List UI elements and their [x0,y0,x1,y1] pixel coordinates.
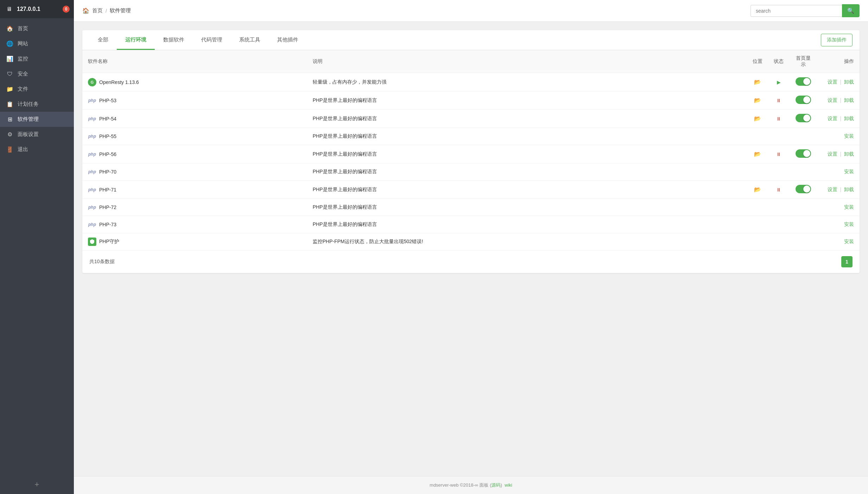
sidebar-item-home[interactable]: 🏠 首页 [0,21,74,36]
php-icon: php [88,116,96,121]
toggle-switch[interactable] [796,114,811,122]
sidebar-item-logout[interactable]: 🚪 退出 [0,142,74,157]
php-icon: php [88,134,96,139]
uninstall-link[interactable]: 卸载 [844,151,854,157]
plus-icon: + [35,480,39,489]
software-name-text: PHP-56 [99,151,116,157]
desc-cell: 轻量级，占有内存少，并发能力强 [307,73,747,91]
pause-icon[interactable]: ⏸ [776,116,781,122]
sw-icon-wrap [88,238,96,246]
tab-database[interactable]: 数据软件 [155,31,193,50]
desc-cell: PHP是世界上最好的编程语言 [307,110,747,128]
uninstall-link[interactable]: 卸载 [844,97,854,103]
status-cell: ⏸ [768,145,789,163]
table-row: php PHP-54 PHP是世界上最好的编程语言 📂 ⏸ 设置 | 卸载 [82,110,860,128]
pause-icon[interactable]: ⏸ [776,151,781,157]
settings-link[interactable]: 设置 [828,116,837,121]
sidebar-item-settings[interactable]: ⚙ 面板设置 [0,127,74,142]
action-separator: | [840,187,841,192]
search-box: 🔍 [751,4,860,17]
tab-plugins[interactable]: 其他插件 [269,31,307,50]
name-cell: php PHP-56 [82,145,307,163]
tab-tools[interactable]: 系统工具 [231,31,269,50]
status-cell [768,163,789,181]
sidebar-item-software[interactable]: ⊞ 软件管理 [0,112,74,127]
action-separator: | [840,151,841,157]
location-cell: 📂 [747,73,768,91]
software-table-wrap: 软件名称 说明 位置 状态 首页显示 操作 G OpenResty 1.13.6 [82,50,860,250]
install-link[interactable]: 安装 [844,221,854,227]
page-1-button[interactable]: 1 [841,256,853,267]
name-cell: php PHP-72 [82,199,307,216]
add-plugin-button[interactable]: 添加插件 [821,34,853,46]
location-cell: 📂 [747,181,768,199]
install-link[interactable]: 安装 [844,133,854,139]
desc-cell: PHP是世界上最好的编程语言 [307,181,747,199]
toggle-switch[interactable] [796,96,811,104]
col-header-action: 操作 [817,50,860,73]
settings-link[interactable]: 设置 [828,187,837,192]
folder-icon[interactable]: 📂 [754,79,761,85]
sidebar-item-monitor[interactable]: 📊 监控 [0,51,74,66]
folder-icon[interactable]: 📂 [754,116,761,122]
folder-icon[interactable]: 📂 [754,187,761,193]
table-row: php PHP-53 PHP是世界上最好的编程语言 📂 ⏸ 设置 | 卸载 [82,91,860,110]
software-name: php PHP-53 [88,96,301,105]
uninstall-link[interactable]: 卸载 [844,116,854,121]
sidebar-item-website[interactable]: 🌐 网站 [0,36,74,51]
sw-icon-wrap: php [88,168,96,176]
table-header-row: 软件名称 说明 位置 状态 首页显示 操作 [82,50,860,73]
toggle-switch[interactable] [796,185,811,193]
toggle-switch[interactable] [796,149,811,158]
php-icon: php [88,98,96,103]
name-cell: php PHP-55 [82,128,307,145]
tab-runtime[interactable]: 运行环境 [117,31,155,50]
folder-icon[interactable]: 📂 [754,97,761,103]
wiki-link[interactable]: wiki [505,482,512,488]
play-icon[interactable]: ▶ [777,79,781,85]
home-icon: 🏠 [6,25,13,32]
software-name: php PHP-56 [88,150,301,158]
settings-link[interactable]: 设置 [828,97,837,103]
monitor-icon: 🖥 [4,6,14,13]
breadcrumb: 🏠 首页 / 软件管理 [82,7,131,14]
table-row: php PHP-72 PHP是世界上最好的编程语言 安装 [82,199,860,216]
sidebar-item-security[interactable]: 🛡 安全 [0,66,74,82]
uninstall-link[interactable]: 卸载 [844,187,854,192]
desc-cell: 监控PHP-FPM运行状态，防止大批量出现502错误! [307,233,747,251]
add-button[interactable]: + [0,475,74,494]
source-link[interactable]: 源码 [491,482,500,488]
tab-all[interactable]: 全部 [89,31,117,50]
table-row: php PHP-71 PHP是世界上最好的编程语言 📂 ⏸ 设置 | 卸载 [82,181,860,199]
location-cell [747,163,768,181]
table-row: php PHP-56 PHP是世界上最好的编程语言 📂 ⏸ 设置 | 卸载 [82,145,860,163]
search-input[interactable] [751,5,842,17]
software-name: php PHP-71 [88,186,301,194]
toggle-cell [789,110,817,128]
folder-nav-icon: 📁 [6,86,13,92]
col-header-name: 软件名称 [82,50,307,73]
settings-link[interactable]: 设置 [828,79,837,85]
pause-icon[interactable]: ⏸ [776,187,781,193]
tab-code[interactable]: 代码管理 [193,31,231,50]
tabs-left: 全部 运行环境 数据软件 代码管理 系统工具 其他插件 [89,31,307,50]
software-icon: ⊞ [6,116,13,123]
settings-link[interactable]: 设置 [828,151,837,157]
sidebar-item-files[interactable]: 📁 文件 [0,82,74,97]
install-link[interactable]: 安装 [844,169,854,174]
breadcrumb-home[interactable]: 首页 [92,7,103,14]
install-link[interactable]: 安装 [844,204,854,210]
pause-icon[interactable]: ⏸ [776,98,781,103]
sidebar-header: 🖥 127.0.0.1 0 [0,0,74,18]
install-link[interactable]: 安装 [844,239,854,244]
software-name: php PHP-54 [88,115,301,123]
table-row: php PHP-73 PHP是世界上最好的编程语言 安装 [82,216,860,233]
toggle-switch[interactable] [796,77,811,86]
folder-icon[interactable]: 📂 [754,151,761,157]
location-cell [747,216,768,233]
search-button[interactable]: 🔍 [842,4,860,17]
sidebar-item-tasks[interactable]: 📋 计划任务 [0,97,74,112]
uninstall-link[interactable]: 卸载 [844,79,854,85]
action-cell: 设置 | 卸载 [817,73,860,91]
software-name: php PHP-55 [88,132,301,141]
